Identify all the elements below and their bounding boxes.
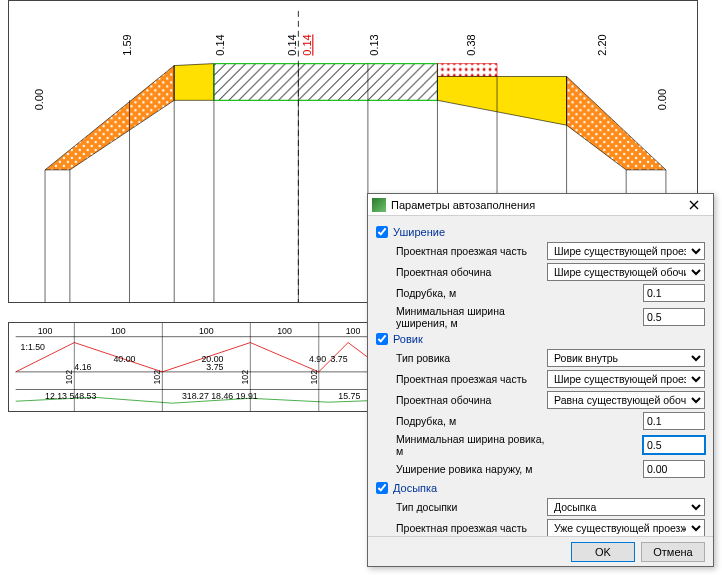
svg-text:100: 100 bbox=[277, 326, 292, 336]
svg-text:1:1.50: 1:1.50 bbox=[21, 342, 46, 352]
svg-text:100: 100 bbox=[111, 326, 126, 336]
trench-outw-input[interactable] bbox=[643, 460, 705, 478]
section-fill-header[interactable]: Досыпка bbox=[376, 482, 705, 494]
widening-cut-input[interactable] bbox=[643, 284, 705, 302]
fill-lane-select[interactable]: Уже существующей проезжей части bbox=[547, 519, 705, 536]
dim-4: 0.14 bbox=[301, 34, 313, 55]
trench-minw-input[interactable] bbox=[643, 436, 705, 454]
widening-lane-select[interactable]: Шире существующей проезжей части bbox=[547, 242, 705, 260]
svg-text:4.16: 4.16 bbox=[74, 362, 91, 372]
ok-button[interactable]: OK bbox=[571, 542, 635, 562]
widening-minw-input[interactable] bbox=[643, 308, 705, 326]
zero-left: 0.00 bbox=[33, 89, 45, 110]
svg-marker-12 bbox=[567, 76, 666, 169]
fill-type-select[interactable]: Досыпка bbox=[547, 498, 705, 516]
fill-checkbox[interactable] bbox=[376, 482, 388, 494]
svg-text:100: 100 bbox=[38, 326, 53, 336]
dialog-title: Параметры автозаполнения bbox=[391, 199, 679, 211]
svg-text:4.90: 4.90 bbox=[309, 354, 326, 364]
fill-type-label: Тип досыпки bbox=[396, 501, 547, 513]
svg-marker-9 bbox=[214, 64, 438, 101]
dim-6: 0.38 bbox=[465, 34, 477, 55]
widening-lane-label: Проектная проезжая часть bbox=[396, 245, 547, 257]
svg-text:548.53: 548.53 bbox=[69, 391, 96, 401]
widening-shoulder-select[interactable]: Шире существующей обочины bbox=[547, 263, 705, 281]
svg-text:12.13: 12.13 bbox=[45, 391, 67, 401]
close-button[interactable] bbox=[679, 195, 709, 215]
widening-checkbox[interactable] bbox=[376, 226, 388, 238]
widening-cut-label: Подрубка, м bbox=[396, 287, 547, 299]
widening-label: Уширение bbox=[393, 226, 445, 238]
svg-marker-11 bbox=[437, 76, 566, 125]
svg-marker-10 bbox=[437, 64, 497, 77]
trench-minw-label: Минимальная ширина ровика, м bbox=[396, 433, 547, 457]
zero-right: 0.00 bbox=[656, 89, 668, 110]
cancel-button[interactable]: Отмена bbox=[641, 542, 705, 562]
svg-text:102: 102 bbox=[64, 370, 74, 385]
widening-minw-label: Минимальная ширина уширения, м bbox=[396, 305, 547, 329]
section-widening-header[interactable]: Уширение bbox=[376, 226, 705, 238]
button-bar: OK Отмена bbox=[368, 536, 713, 566]
svg-text:100: 100 bbox=[199, 326, 214, 336]
svg-text:15.75: 15.75 bbox=[338, 391, 360, 401]
titlebar[interactable]: Параметры автозаполнения bbox=[368, 194, 713, 216]
dim-2: 0.14 bbox=[214, 34, 226, 55]
svg-text:18.46: 18.46 bbox=[211, 391, 233, 401]
svg-text:102: 102 bbox=[152, 370, 162, 385]
trench-shoulder-select[interactable]: Равна существующей обочине bbox=[547, 391, 705, 409]
trench-outw-label: Уширение ровика наружу, м bbox=[396, 463, 547, 475]
trench-cut-label: Подрубка, м bbox=[396, 415, 547, 427]
svg-text:100: 100 bbox=[346, 326, 361, 336]
dim-3: 0.14 bbox=[286, 34, 298, 55]
trench-type-label: Тип ровика bbox=[396, 352, 547, 364]
trench-shoulder-label: Проектная обочина bbox=[396, 394, 547, 406]
svg-marker-8 bbox=[174, 64, 214, 101]
svg-text:40.00: 40.00 bbox=[113, 354, 135, 364]
dim-7: 2.20 bbox=[596, 34, 608, 55]
trench-checkbox[interactable] bbox=[376, 333, 388, 345]
fill-label: Досыпка bbox=[393, 482, 437, 494]
trench-cut-input[interactable] bbox=[643, 412, 705, 430]
svg-text:318.27: 318.27 bbox=[182, 391, 209, 401]
app-icon bbox=[372, 198, 386, 212]
section-trench-header[interactable]: Ровик bbox=[376, 333, 705, 345]
dim-1: 1.59 bbox=[121, 34, 133, 55]
svg-text:3.75: 3.75 bbox=[331, 354, 348, 364]
widening-shoulder-label: Проектная обочина bbox=[396, 266, 547, 278]
workspace: 0.00 1.59 0.14 0.14 0.14 0.13 0.38 2.20 … bbox=[0, 0, 722, 575]
fill-lane-label: Проектная проезжая часть bbox=[396, 522, 547, 534]
svg-text:102: 102 bbox=[309, 370, 319, 385]
svg-marker-7 bbox=[45, 66, 174, 170]
trench-lane-label: Проектная проезжая часть bbox=[396, 373, 547, 385]
svg-text:3.75: 3.75 bbox=[206, 362, 223, 372]
trench-lane-select[interactable]: Шире существующей проезжей части bbox=[547, 370, 705, 388]
autofill-params-dialog: Параметры автозаполнения Уширение Проект… bbox=[367, 193, 714, 567]
close-icon bbox=[689, 200, 699, 210]
trench-type-select[interactable]: Ровик внутрь bbox=[547, 349, 705, 367]
dim-5: 0.13 bbox=[368, 34, 380, 55]
dialog-body: Уширение Проектная проезжая часть Шире с… bbox=[368, 216, 713, 536]
trench-label: Ровик bbox=[393, 333, 423, 345]
svg-text:19.91: 19.91 bbox=[236, 391, 258, 401]
svg-text:102: 102 bbox=[240, 370, 250, 385]
